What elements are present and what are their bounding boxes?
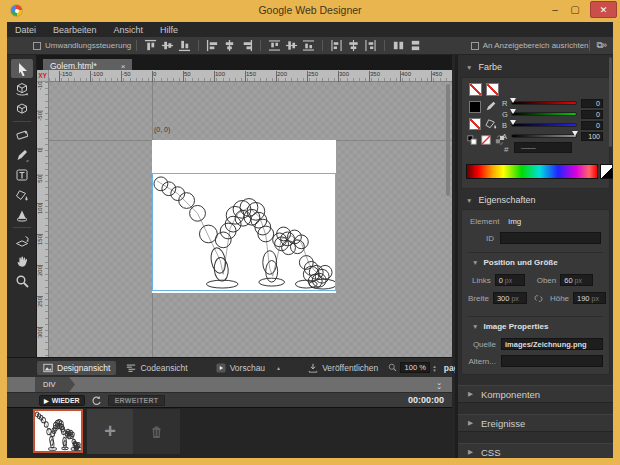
color-section-header[interactable]: ▼ Farbe (458, 59, 613, 75)
id-input[interactable] (500, 232, 601, 244)
delete-page-button[interactable] (133, 409, 180, 454)
timeline-collapse-icon[interactable]: ⌄⌄ (436, 381, 442, 389)
maximize-button[interactable]: ▢ (566, 0, 584, 18)
gradient-tool[interactable] (11, 205, 33, 224)
breadcrumb-div[interactable]: DIV (35, 377, 75, 392)
3d-stage-rotate-tool[interactable] (11, 231, 33, 250)
align-vertical-center-icon[interactable] (159, 39, 176, 53)
canvas-scrollbar[interactable] (446, 84, 450, 196)
channel-slider[interactable] (511, 101, 577, 105)
fill-color-swatch[interactable] (469, 118, 481, 130)
app-frame: DateiBearbeitenAnsichtHilfe Umwandlungss… (7, 22, 613, 458)
hex-label: # (504, 145, 508, 154)
ruler-mark: 250 (308, 71, 318, 77)
snap-to-viewport-checkbox[interactable] (471, 42, 479, 50)
slider-thumb-icon[interactable] (510, 109, 516, 114)
zoom-stepper[interactable]: ▴▾ (433, 364, 436, 372)
collapse-triangle-icon: ▼ (466, 197, 472, 204)
vertical-ruler: -100-50050100150200250300 (37, 82, 49, 357)
text-tool[interactable] (11, 165, 33, 184)
play-button[interactable]: ▶ WIEDER (39, 395, 85, 406)
menu-item-datei[interactable]: Datei (15, 25, 36, 35)
oben-input[interactable]: 60px (560, 274, 593, 286)
channel-slider[interactable] (511, 123, 577, 127)
menu-item-ansicht[interactable]: Ansicht (114, 25, 144, 35)
zoom-level-input[interactable]: 100 % (400, 362, 430, 373)
channel-slider[interactable] (511, 134, 577, 138)
quelle-input[interactable]: images/Zeichnung.png (501, 338, 603, 350)
paint-bucket-tool[interactable] (11, 185, 33, 204)
distribute-right-icon[interactable] (362, 39, 379, 53)
preview-dropdown-caret[interactable]: ▴ (277, 364, 280, 371)
publish-button[interactable]: Veröffentlichen (302, 361, 384, 375)
spectrum-endpoint-swatch[interactable] (600, 164, 613, 179)
3d-object-rotate-tool[interactable] (11, 79, 33, 98)
channel-slider[interactable] (511, 112, 577, 116)
id-label: ID (470, 234, 494, 243)
channel-value[interactable]: 0 (581, 99, 603, 108)
close-button[interactable]: ✕ (590, 1, 617, 18)
stroke-color-swatch[interactable] (469, 101, 481, 113)
add-page-button[interactable]: + (87, 409, 133, 454)
align-right-icon[interactable] (238, 39, 255, 53)
design-view-button[interactable]: Designansicht (37, 361, 116, 375)
panel-scrollbar[interactable] (609, 57, 612, 147)
hex-input[interactable]: —— (514, 142, 572, 153)
possize-section-header[interactable]: ▼ Position und Größe (472, 258, 558, 267)
align-left-icon[interactable] (204, 39, 221, 53)
zoom-tool[interactable] (11, 271, 33, 290)
preview-button[interactable]: Vorschau ▴ (210, 361, 286, 375)
tag-tool[interactable] (11, 125, 33, 144)
links-input[interactable]: 0px (495, 274, 525, 286)
advanced-mode-button[interactable]: ERWEITERT (108, 395, 166, 406)
pen-tool[interactable] (11, 145, 33, 164)
match-width-icon[interactable] (390, 39, 407, 53)
breite-label: Breite (468, 294, 489, 303)
slider-thumb-icon[interactable] (572, 131, 578, 136)
hoehe-input[interactable]: 190px (573, 292, 606, 304)
section-komponenten[interactable]: ▶Komponenten (458, 385, 613, 403)
element-label: Element (470, 217, 499, 226)
hand-tool[interactable] (11, 251, 33, 270)
image-properties-header[interactable]: ▼ Image Properties (472, 322, 548, 331)
align-top-icon[interactable] (142, 39, 159, 53)
section-ereignisse[interactable]: ▶Ereignisse (458, 414, 613, 432)
transform-control-checkbox[interactable] (33, 42, 41, 50)
channel-value[interactable]: 0 (581, 121, 603, 130)
align-bottom-icon[interactable] (176, 39, 193, 53)
slider-thumb-icon[interactable] (510, 98, 516, 103)
minimize-button[interactable]: – (546, 0, 564, 18)
transform-control-label: Umwandlungssteuerung (45, 41, 131, 50)
slider-thumb-icon[interactable] (510, 120, 516, 125)
section-css[interactable]: ▶CSS (458, 443, 613, 458)
selected-image[interactable] (152, 173, 336, 291)
link-dimensions-icon[interactable] (533, 293, 544, 304)
page-thumbnail[interactable] (33, 409, 83, 453)
breite-input[interactable]: 300px (493, 292, 527, 304)
distribute-vertical-center-icon[interactable] (283, 39, 300, 53)
channel-value[interactable]: 0 (581, 110, 603, 119)
distribute-top-icon[interactable] (266, 39, 283, 53)
properties-section-header[interactable]: ▼ Eigenschaften (458, 192, 613, 208)
recent-color-swatch-1[interactable] (469, 83, 482, 96)
color-spectrum[interactable] (466, 164, 598, 179)
no-color-icon[interactable] (481, 135, 491, 145)
canvas-area[interactable]: (0, 0) -150-100-500501001502002503003504… (37, 70, 452, 357)
distribute-bottom-icon[interactable] (300, 39, 317, 53)
alt-input[interactable] (501, 355, 603, 367)
loop-icon[interactable] (91, 395, 102, 406)
panel-expand-icon[interactable]: ⧉» (589, 40, 609, 51)
align-horizontal-center-icon[interactable] (221, 39, 238, 53)
channel-value[interactable]: 100 (581, 132, 603, 141)
menu-item-hilfe[interactable]: Hilfe (160, 25, 178, 35)
recent-color-swatch-2[interactable] (486, 83, 499, 96)
distribute-horizontal-center-icon[interactable] (345, 39, 362, 53)
selection-tool[interactable] (11, 59, 33, 78)
3d-object-translate-tool[interactable] (11, 99, 33, 118)
default-colors-icon[interactable] (467, 135, 477, 145)
distribute-left-icon[interactable] (328, 39, 345, 53)
code-view-button[interactable]: Codeansicht (120, 361, 193, 375)
match-height-icon[interactable] (407, 39, 424, 53)
menu-item-bearbeiten[interactable]: Bearbeiten (53, 25, 97, 35)
ruler-corner[interactable]: XY (37, 70, 49, 82)
